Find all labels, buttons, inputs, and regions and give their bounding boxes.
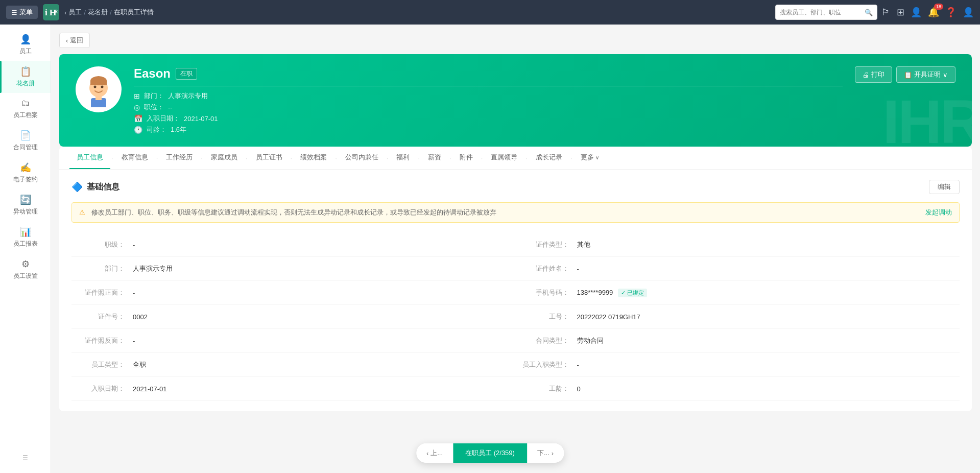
breadcrumb-item-2[interactable]: 花名册 (88, 8, 108, 17)
tab-family[interactable]: 家庭成员 (204, 147, 245, 169)
help-icon[interactable]: ❓ (945, 7, 957, 18)
position-value: -- (168, 104, 173, 111)
info-row-cert-type: 证件类型： 其他 (516, 233, 960, 257)
sidebar-collapse-btn[interactable]: ☰ (0, 450, 51, 467)
search-box[interactable]: 🔍 (775, 5, 877, 20)
notice-link[interactable]: 发起调动 (925, 208, 952, 217)
tab-sep-7: · (386, 154, 390, 162)
sidebar-item-settings[interactable]: ⚙ 员工设置 (0, 253, 51, 286)
department-icon: ⊞ (134, 92, 140, 100)
notice-text: 修改员工部门、职位、职务、职级等信息建议通过调动流程实现，否则无法生成异动记录和… (91, 208, 496, 216)
top-navigation: ☰ 菜单 i H R ‹ 员工 / 花名册 / 在职员工详情 🔍 🏳 ⊞ 👤 🔔… (0, 0, 980, 25)
section-header: 🔷 基础信息 编辑 (71, 180, 960, 194)
breadcrumb-item-3: 在职员工详情 (114, 8, 154, 17)
tab-workexp[interactable]: 工作经历 (159, 147, 200, 169)
svg-point-8 (101, 86, 104, 88)
avatar (76, 66, 122, 112)
sidebar-item-report[interactable]: 📊 员工报表 (0, 221, 51, 253)
next-button[interactable]: 下... › (527, 443, 564, 463)
tabs-bar: 员工信息 · 教育信息 · 工作经历 · 家庭成员 · 员工证书 · (59, 147, 972, 170)
tab-concurrent[interactable]: 公司内兼任 (338, 147, 386, 169)
calendar-icon: 📅 (134, 114, 142, 123)
sidebar-item-staff[interactable]: 👤 员工 (0, 29, 51, 61)
verified-text: 已绑定 (627, 289, 644, 297)
info-row-dept: 部门： 人事演示专用 (71, 257, 516, 281)
search-input[interactable] (780, 9, 865, 16)
nav-icons: 🏳 ⊞ 👤 🔔 18 ❓ 👤 (881, 7, 974, 18)
sidebar-item-archive[interactable]: 🗂 员工档案 (0, 93, 51, 125)
cert-arrow-icon: ∨ (943, 71, 948, 79)
notice-bar: ⚠ 修改员工部门、职位、职务、职级等信息建议通过调动流程实现，否则无法生成异动记… (71, 202, 960, 223)
profile-name: Eason (134, 66, 171, 81)
work-age-label: 工龄： (516, 384, 577, 393)
tab-salary[interactable]: 薪资 (421, 147, 448, 169)
section-title: 🔷 基础信息 (71, 181, 119, 193)
dept-label: 部门： (71, 264, 133, 273)
menu-button[interactable]: ☰ 菜单 (6, 6, 38, 19)
join-date-info: 📅 入职日期： 2021-07-01 (134, 114, 843, 123)
info-row-photo-front: 证件照正面： - (71, 281, 516, 305)
flag-icon[interactable]: 🏳 (881, 7, 891, 18)
back-button[interactable]: ‹ 返回 (59, 33, 90, 48)
edit-button[interactable]: 编辑 (929, 180, 960, 194)
tab-employee-info[interactable]: 员工信息 (69, 147, 110, 169)
sidebar-item-contract[interactable]: 📄 合同管理 (0, 125, 51, 157)
back-label: 返回 (70, 36, 83, 45)
account-icon[interactable]: 👤 (963, 7, 974, 18)
info-row-contract-type: 合同类型： 劳动合同 (516, 329, 960, 353)
tab-leader[interactable]: 直属领导 (484, 147, 524, 169)
tab-attach[interactable]: 附件 (452, 147, 480, 169)
svg-text:i: i (45, 7, 47, 17)
tab-sep-8: · (417, 154, 421, 162)
cert-button[interactable]: 📋 开具证明 ∨ (896, 66, 955, 83)
notice-content: ⚠ 修改员工部门、职位、职务、职级等信息建议通过调动流程实现，否则无法生成异动记… (79, 208, 496, 217)
section-icon: 🔷 (71, 181, 83, 193)
profile-actions: 🖨 打印 📋 开具证明 ∨ (855, 66, 955, 83)
profile-info: Eason 在职 ⊞ 部门： 人事演示专用 ◎ 职位： -- (134, 66, 843, 134)
svg-text:R: R (54, 9, 58, 14)
active-indicator (0, 61, 2, 93)
check-icon: ✓ (621, 290, 626, 296)
tab-more[interactable]: 更多 ∨ (573, 147, 607, 169)
staff-icon: 👤 (20, 34, 31, 45)
seniority-label: 司龄： (147, 125, 166, 134)
logo-svg: i H R (43, 4, 59, 20)
sidebar-item-roster[interactable]: 📋 花名册 (0, 61, 51, 93)
print-button[interactable]: 🖨 打印 (855, 66, 892, 83)
tab-sep-9: · (448, 154, 452, 162)
tab-growth[interactable]: 成长记录 (529, 147, 569, 169)
main-content: ‹ 返回 (51, 25, 980, 473)
user-icon[interactable]: 👤 (911, 7, 922, 18)
breadcrumb-item-1[interactable]: 员工 (68, 8, 82, 17)
print-label: 打印 (871, 70, 885, 79)
info-row-cert-no: 证件号： 0002 (71, 305, 516, 329)
phone-number: 138****9999 (577, 289, 613, 296)
tab-benefit[interactable]: 福利 (389, 147, 417, 169)
sidebar-item-anomaly[interactable]: 🔄 异动管理 (0, 189, 51, 221)
breadcrumb-sep-1: / (84, 9, 86, 16)
info-row-onboard-type: 员工入职类型： - (516, 353, 960, 377)
bell-icon[interactable]: 🔔 18 (928, 7, 939, 18)
department-label: 部门： (144, 91, 164, 101)
current-page: 在职员工 (2/359) (453, 443, 527, 463)
emp-type-label: 员工类型： (71, 360, 133, 369)
prev-button[interactable]: ‹ 上... (416, 443, 453, 463)
photo-front-label: 证件照正面： (71, 288, 133, 297)
cert-label: 开具证明 (914, 70, 941, 79)
sidebar-label-archive: 员工档案 (13, 111, 38, 120)
info-row-photo-back: 证件照反面： - (71, 329, 516, 353)
tab-performance[interactable]: 绩效档案 (293, 147, 334, 169)
tab-sep-6: · (334, 154, 338, 162)
profile-name-row: Eason 在职 (134, 66, 843, 81)
tab-cert[interactable]: 员工证书 (249, 147, 290, 169)
tab-education[interactable]: 教育信息 (114, 147, 155, 169)
phone-value: 138****9999 ✓ 已绑定 (577, 289, 960, 297)
sidebar-label-roster: 花名册 (16, 79, 35, 88)
dept-value: 人事演示专用 (133, 264, 516, 273)
grid-icon[interactable]: ⊞ (897, 7, 904, 18)
tab-sep-4: · (245, 154, 249, 162)
tab-sep-2: · (155, 154, 159, 162)
sidebar-item-esign[interactable]: ✍ 电子签约 (0, 157, 51, 189)
position-info: ◎ 职位： -- (134, 103, 843, 112)
seniority-value: 1.6年 (171, 125, 186, 134)
